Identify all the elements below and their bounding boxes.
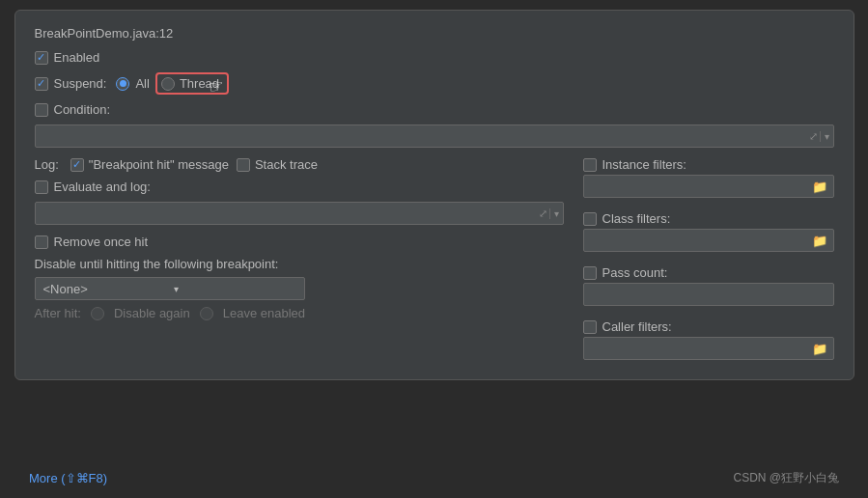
evaluate-dropdown-arrow[interactable]: ▾ [549, 208, 559, 219]
instance-filters-input-row: 📁 [583, 175, 834, 198]
class-filters-label-row: Class filters: [583, 211, 834, 226]
suspend-label: Suspend: [54, 76, 107, 91]
thread-label[interactable]: Thread [180, 76, 219, 91]
condition-input-wrap: ⤢ ▾ [35, 124, 834, 148]
disable-again-label[interactable]: Disable again [114, 306, 190, 320]
condition-label[interactable]: Condition: [54, 102, 111, 117]
disable-again-radio[interactable] [91, 307, 104, 320]
disable-until-label: Disable until hitting the following brea… [35, 257, 279, 271]
left-panel: Log: "Breakpoint hit" message Stack trac… [35, 157, 564, 366]
class-filters-group: Class filters: 📁 [583, 211, 834, 252]
instance-filters-label: Instance filters: [602, 157, 686, 172]
leave-enabled-radio[interactable] [200, 307, 213, 320]
remove-once-hit-checkbox[interactable] [35, 235, 48, 249]
pass-count-checkbox[interactable] [583, 266, 597, 280]
thread-option-highlight[interactable]: Thread [155, 72, 229, 95]
class-filters-label: Class filters: [602, 211, 671, 226]
caller-filters-input-row: 📁 [583, 337, 834, 360]
pass-count-label-row: Pass count: [583, 265, 834, 280]
stack-trace-label[interactable]: Stack trace [255, 157, 318, 172]
pass-count-input[interactable] [588, 288, 829, 302]
none-option-label: <None> [43, 282, 170, 296]
right-panel: Instance filters: 📁 Class filters: 📁 [583, 157, 834, 366]
caller-filters-folder-icon[interactable]: 📁 [810, 342, 829, 356]
all-radio[interactable] [116, 77, 129, 91]
condition-checkbox[interactable] [35, 103, 48, 117]
enabled-row: Enabled [35, 50, 834, 65]
expand-icon[interactable]: ⤢ [809, 130, 818, 143]
class-filters-checkbox[interactable] [583, 212, 597, 226]
instance-filters-label-row: Instance filters: [583, 157, 834, 172]
caller-filters-label-row: Caller filters: [583, 319, 834, 334]
suspend-row: Suspend: All Thread [35, 72, 834, 95]
evaluate-log-checkbox[interactable] [35, 180, 48, 194]
all-label[interactable]: All [135, 76, 149, 91]
main-content: Log: "Breakpoint hit" message Stack trac… [35, 157, 834, 366]
breakpoint-hit-label[interactable]: "Breakpoint hit" message [89, 157, 229, 172]
leave-enabled-label[interactable]: Leave enabled [223, 306, 305, 320]
instance-filters-checkbox[interactable] [583, 158, 597, 172]
class-filters-folder-icon[interactable]: 📁 [810, 234, 829, 248]
none-dropdown[interactable]: <None> ▾ [35, 277, 305, 300]
remove-once-hit-row: Remove once hit [35, 235, 564, 249]
enabled-checkbox[interactable] [35, 51, 48, 65]
pass-count-group: Pass count: [583, 265, 834, 306]
class-filters-input-row: 📁 [583, 229, 834, 252]
evaluate-log-label[interactable]: Evaluate and log: [54, 180, 151, 194]
more-link[interactable]: More (⇧⌘F8) [29, 471, 107, 485]
breakpoint-hit-item: "Breakpoint hit" message [70, 157, 229, 172]
breakpoint-hit-checkbox[interactable] [70, 158, 84, 172]
class-filters-input[interactable] [588, 234, 810, 248]
pass-count-input-row [583, 283, 834, 306]
caller-filters-input[interactable] [588, 342, 810, 356]
condition-row: Condition: [35, 102, 834, 117]
watermark: CSDN @狂野小白兔 [733, 470, 839, 486]
thread-radio[interactable] [161, 77, 175, 91]
caller-filters-checkbox[interactable] [583, 320, 597, 334]
evaluate-expand-icon[interactable]: ⤢ [539, 208, 547, 220]
dialog-title: BreakPointDemo.java:12 [35, 26, 834, 41]
bottom-bar: More (⇧⌘F8) CSDN @狂野小白兔 [0, 470, 868, 486]
suspend-checkbox[interactable] [35, 77, 48, 91]
instance-filters-group: Instance filters: 📁 [583, 157, 834, 198]
log-label: Log: [35, 157, 59, 172]
condition-input[interactable] [40, 129, 807, 144]
breakpoint-dialog: BreakPointDemo.java:12 Enabled Suspend: … [14, 10, 854, 380]
after-hit-row: After hit: Disable again Leave enabled [35, 306, 564, 320]
log-row: Log: "Breakpoint hit" message Stack trac… [35, 157, 564, 172]
remove-once-hit-label[interactable]: Remove once hit [54, 235, 149, 249]
enabled-label[interactable]: Enabled [54, 50, 100, 65]
evaluate-log-row: Evaluate and log: [35, 180, 564, 194]
caller-filters-group: Caller filters: 📁 [583, 319, 834, 360]
evaluate-input-wrap: ⤢ ▾ [35, 202, 564, 225]
pass-count-label: Pass count: [602, 265, 668, 280]
instance-filters-folder-icon[interactable]: 📁 [810, 180, 829, 194]
after-hit-label: After hit: [35, 306, 81, 320]
condition-dropdown-arrow[interactable]: ▾ [820, 131, 829, 142]
stack-trace-item: Stack trace [237, 157, 318, 172]
evaluate-input[interactable] [40, 207, 537, 221]
dropdown-arrow-icon: ▾ [174, 284, 300, 294]
stack-trace-checkbox[interactable] [237, 158, 250, 172]
instance-filters-input[interactable] [588, 180, 810, 194]
caller-filters-label: Caller filters: [602, 319, 672, 334]
